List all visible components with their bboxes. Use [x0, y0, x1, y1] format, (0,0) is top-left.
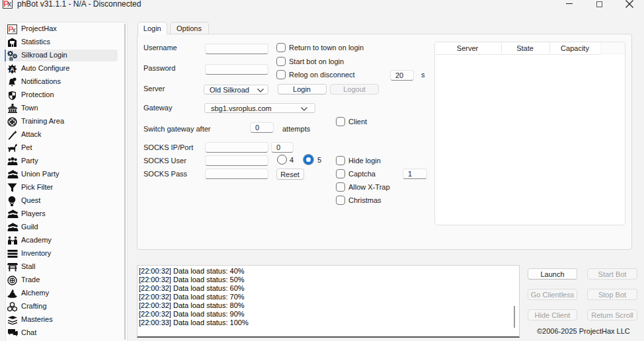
- svg-text:x: x: [13, 25, 17, 33]
- svg-text:A: A: [10, 66, 15, 73]
